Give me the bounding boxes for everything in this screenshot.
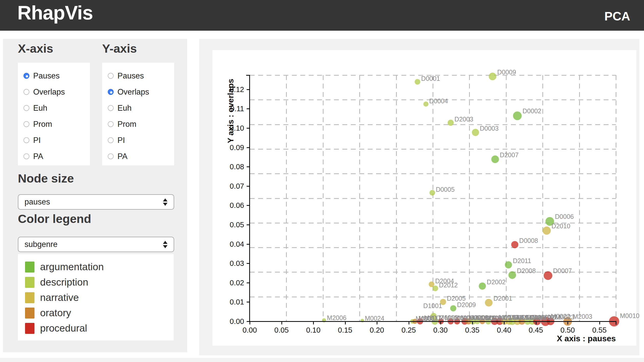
color-legend-heading: Color legend [18, 212, 91, 226]
radio-unselected-icon[interactable] [108, 105, 114, 111]
y-tick [247, 147, 249, 148]
scatter-point-D0001[interactable] [415, 79, 420, 85]
y-tick [247, 128, 249, 129]
point-label-D2007: D2007 [500, 151, 519, 159]
color-legend-select[interactable]: subgenre [18, 237, 174, 252]
y-tick-label: 0.04 [221, 240, 244, 248]
x-axis-title: X axis : pauses [557, 334, 616, 343]
page-bottom-strip [0, 358, 644, 362]
y_axis-radio-pi[interactable]: PI [108, 132, 174, 148]
radio-label: Pauses [33, 71, 59, 81]
y_axis-radio-prom[interactable]: Prom [108, 116, 174, 132]
radio-unselected-icon[interactable] [23, 89, 29, 95]
legend-swatch-icon [25, 308, 34, 319]
y-axis-heading: Y-axis [102, 41, 137, 55]
legend-label: oratory [40, 307, 71, 319]
point-label-D2003: D2003 [455, 116, 473, 123]
y-axis-radio-group: PausesOverlapsEuhPromPIPA [102, 63, 174, 165]
x_axis-radio-pi[interactable]: PI [23, 132, 90, 148]
legend-item-description: description [25, 275, 174, 290]
radio-label: Prom [33, 120, 52, 129]
x-tick-label: 0.15 [331, 326, 359, 334]
x-tick-label: 0.20 [363, 326, 391, 334]
x_axis-radio-overlaps[interactable]: Overlaps [23, 84, 90, 100]
legend-item-procedural: procedural [25, 321, 174, 336]
radio-unselected-icon[interactable] [108, 153, 114, 159]
x_axis-radio-prom[interactable]: Prom [23, 116, 90, 132]
radio-unselected-icon[interactable] [23, 105, 29, 111]
radio-label: Euh [33, 104, 47, 113]
scatter-point-D0004[interactable] [423, 101, 428, 107]
gridline [579, 75, 580, 321]
scatter-point-D2007[interactable] [491, 155, 499, 163]
legend-item-narrative: narrative [25, 290, 174, 305]
scatter-point-D2001[interactable] [485, 299, 493, 307]
legend-label: procedural [40, 323, 87, 334]
legend-item-oratory: oratory [25, 305, 174, 321]
radio-unselected-icon[interactable] [108, 121, 114, 127]
point-label-D2002: D2002 [487, 278, 506, 286]
y_axis-radio-overlaps[interactable]: Overlaps [108, 84, 174, 100]
y-tick [247, 89, 249, 90]
point-label-D0003: D0003 [480, 125, 499, 132]
point-label-D0007: D0007 [553, 267, 572, 275]
x-axis-end-tick [616, 321, 616, 325]
y-tick-label: 0.08 [221, 163, 244, 171]
radio-selected-icon[interactable] [23, 73, 29, 79]
y-tick-label: 0.05 [221, 221, 244, 229]
scatter-point-D2002[interactable] [479, 282, 486, 290]
y-tick-label: 0.00 [221, 317, 244, 326]
radio-selected-icon[interactable] [108, 89, 114, 95]
radio-label: PA [117, 152, 127, 161]
x-tick-label: 0.40 [490, 326, 518, 334]
y-axis-line [249, 75, 250, 322]
node-size-value: pauses [25, 197, 163, 207]
x-tick-label: 0.25 [395, 326, 423, 334]
gridline [286, 75, 287, 321]
scatter-point-D2009[interactable] [450, 305, 456, 311]
y-tick [247, 108, 249, 109]
controls-sidebar: X-axis Y-axis PausesOverlapsEuhPromPIPA … [3, 39, 187, 352]
radio-label: Pauses [117, 71, 144, 81]
y_axis-radio-euh[interactable]: Euh [108, 100, 174, 116]
y_axis-radio-pa[interactable]: PA [108, 148, 174, 164]
select-arrows-icon [163, 241, 168, 248]
radio-unselected-icon[interactable] [108, 73, 114, 79]
gridline [616, 75, 616, 321]
point-label-D0004: D0004 [429, 97, 448, 105]
x-axis-heading: X-axis [18, 41, 53, 55]
x-tick-label: 0.35 [458, 326, 486, 334]
y-tick-label: 0.07 [221, 182, 244, 190]
scatter-point-D2010[interactable] [543, 227, 551, 235]
x_axis-radio-pa[interactable]: PA [23, 148, 90, 164]
y-tick [247, 302, 249, 302]
y-axis-end-tick [246, 75, 249, 76]
x-tick-label: 0.05 [268, 326, 296, 334]
scatter-point-D0008[interactable] [511, 241, 518, 248]
radio-unselected-icon[interactable] [23, 137, 29, 143]
scatter-point-D2003[interactable] [448, 120, 454, 126]
y-tick-label: 0.06 [221, 201, 244, 210]
scatter-point-D0007[interactable] [544, 271, 552, 280]
radio-label: PA [33, 152, 43, 161]
point-label-D2011: D2011 [513, 257, 531, 265]
app-header: RhapVis PCA [0, 0, 644, 31]
x_axis-radio-pauses[interactable]: Pauses [23, 68, 90, 84]
x-tick-label: 0.50 [554, 326, 582, 334]
radio-unselected-icon[interactable] [23, 153, 29, 159]
gridline [506, 75, 507, 321]
pca-nav-link[interactable]: PCA [604, 9, 630, 23]
radio-unselected-icon[interactable] [108, 137, 114, 143]
x-tick-label: 0.55 [586, 326, 614, 334]
radio-unselected-icon[interactable] [23, 121, 29, 127]
y_axis-radio-pauses[interactable]: Pauses [108, 68, 174, 84]
x-tick [599, 321, 600, 324]
scatter-point-D0005[interactable] [430, 190, 435, 196]
node-size-select[interactable]: pauses [18, 194, 174, 210]
x-tick [345, 321, 346, 324]
x_axis-radio-euh[interactable]: Euh [23, 100, 90, 116]
point-label-D0001: D0001 [421, 75, 440, 82]
point-label-D2010: D2010 [552, 222, 570, 230]
point-label-D2009: D2009 [457, 301, 476, 309]
scatter-point-D2008[interactable] [508, 271, 516, 279]
